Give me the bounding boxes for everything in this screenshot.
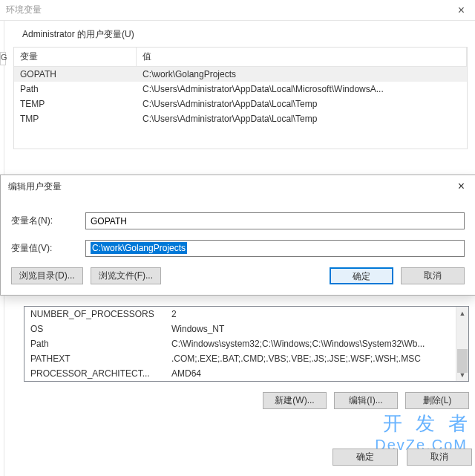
edit-sys-var-button[interactable]: 编辑(I)... — [334, 392, 398, 409]
cell-var-value: AMD64 — [166, 366, 456, 381]
browse-dir-button[interactable]: 浏览目录(D)... — [11, 267, 83, 284]
close-icon[interactable]: × — [453, 4, 469, 17]
cell-var-value: .COM;.EXE;.BAT;.CMD;.VBS;.VBE;.JS;.JSE;.… — [166, 351, 456, 366]
browse-file-button[interactable]: 浏览文件(F)... — [91, 267, 161, 284]
table-row[interactable]: TMP C:\Users\Administrator\AppData\Local… — [14, 111, 467, 126]
cell-var-name: Path — [14, 82, 137, 97]
cell-var-value: C:\Users\Administrator\AppData\Local\Tem… — [137, 97, 467, 111]
cell-var-value: Windows_NT — [166, 322, 456, 336]
cell-var-value: C:\Windows\system32;C:\Windows;C:\Window… — [166, 336, 456, 351]
cell-var-name: TMP — [14, 111, 137, 126]
user-vars-caption: Administrator 的用户变量(U) — [22, 28, 475, 41]
var-name-input[interactable] — [85, 212, 465, 229]
ok-button[interactable]: 确定 — [330, 267, 393, 284]
watermark: 开发者 DevZe.CoM — [375, 411, 468, 454]
scroll-track[interactable] — [456, 319, 468, 368]
var-value-label: 变量值(V): — [11, 242, 85, 255]
cell-var-name: Path — [24, 336, 166, 351]
edit-user-variable-dialog: 编辑用户变量 × 变量名(N): 变量值(V): C:\work\GolangP… — [0, 175, 475, 296]
user-vars-table[interactable]: 变量 值 GOPATH C:\work\GolangProjects Path … — [14, 48, 467, 149]
window-title: 环境变量 — [6, 4, 453, 16]
env-cancel-button[interactable]: 取消 — [407, 449, 472, 466]
env-ok-button[interactable]: 确定 — [332, 449, 398, 466]
cell-var-value: C:\Users\Administrator\AppData\Local\Tem… — [137, 111, 467, 126]
scroll-thumb[interactable] — [457, 349, 468, 373]
table-row[interactable]: OS Windows_NT — [24, 322, 456, 336]
table-row[interactable]: TEMP C:\Users\Administrator\AppData\Loca… — [14, 97, 467, 111]
close-icon[interactable]: × — [449, 177, 474, 196]
table-row[interactable]: Path C:\Windows\system32;C:\Windows;C:\W… — [24, 336, 456, 351]
vertical-scrollbar[interactable]: ▲ ▼ — [456, 307, 468, 381]
cell-var-name: GOPATH — [14, 67, 137, 82]
cell-var-value: C:\Users\Administrator\AppData\Local\Mic… — [137, 82, 467, 97]
table-header: 变量 值 — [14, 48, 467, 67]
cell-var-name: OS — [24, 322, 166, 336]
var-name-label: 变量名(N): — [11, 215, 85, 227]
selected-text: C:\work\GolangProjects — [91, 242, 187, 254]
table-row[interactable]: GOPATH C:\work\GolangProjects — [14, 67, 467, 82]
window-titlebar: 环境变量 × — [0, 0, 475, 21]
dialog-title: 编辑用户变量 — [8, 180, 449, 193]
delete-sys-var-button[interactable]: 删除(L) — [405, 392, 469, 409]
tab-general-stub: G — [0, 52, 6, 65]
cell-var-name: TEMP — [14, 97, 137, 111]
cell-var-value: 2 — [166, 307, 456, 322]
cell-var-name: PATHEXT — [24, 351, 166, 366]
col-value[interactable]: 值 — [137, 48, 467, 66]
table-row[interactable]: PROCESSOR_ARCHITECT... AMD64 — [24, 366, 456, 381]
cancel-button[interactable]: 取消 — [401, 267, 465, 284]
table-row[interactable]: NUMBER_OF_PROCESSORS 2 — [24, 307, 456, 322]
var-value-input[interactable]: C:\work\GolangProjects — [85, 240, 465, 257]
new-sys-var-button[interactable]: 新建(W)... — [263, 392, 327, 409]
col-variable[interactable]: 变量 — [14, 48, 137, 66]
cell-var-name: NUMBER_OF_PROCESSORS — [24, 307, 166, 322]
sys-vars-table[interactable]: NUMBER_OF_PROCESSORS 2 OS Windows_NT Pat… — [24, 306, 469, 382]
dialog-titlebar[interactable]: 编辑用户变量 × — [1, 175, 475, 198]
cell-var-name: PROCESSOR_ARCHITECT... — [24, 366, 166, 381]
table-row[interactable]: PATHEXT .COM;.EXE;.BAT;.CMD;.VBS;.VBE;.J… — [24, 351, 456, 366]
table-row[interactable]: Path C:\Users\Administrator\AppData\Loca… — [14, 82, 467, 97]
cell-var-value: C:\work\GolangProjects — [137, 67, 467, 82]
scroll-up-icon[interactable]: ▲ — [456, 307, 468, 319]
watermark-cn: 开发者 — [375, 411, 475, 437]
